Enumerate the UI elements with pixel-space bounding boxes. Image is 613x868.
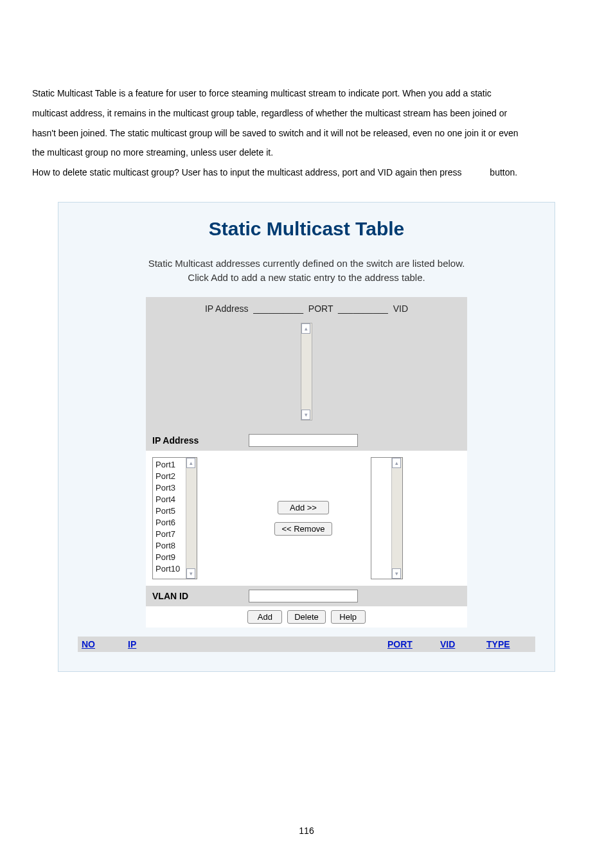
help-button[interactable]: Help	[331, 610, 366, 624]
list-item[interactable]: Port2	[155, 471, 180, 482]
config-table: IP Address __________ PORT __________ VI…	[146, 297, 467, 628]
available-ports-listbox[interactable]: Port1 Port2 Port3 Port4 Port5 Port6 Port…	[152, 457, 197, 579]
screenshot-panel-wrap: Static Multicast Table Static Multicast …	[32, 202, 581, 672]
vlan-id-row: VLAN ID	[146, 586, 467, 606]
paragraph-line: multicast address, it remains in the mul…	[32, 104, 581, 123]
port-options: Port1 Port2 Port3 Port4 Port5 Port6 Port…	[155, 459, 180, 575]
add-button[interactable]: Add	[247, 610, 282, 624]
scroll-down-icon[interactable]: ▾	[186, 568, 195, 579]
list-item[interactable]: Port10	[155, 563, 180, 575]
document-page: Static Multicast Table is a feature for …	[0, 0, 613, 868]
result-table: NO IP PORT VID TYPE	[78, 637, 535, 652]
panel-title: Static Multicast Table	[78, 218, 535, 240]
col-type-link[interactable]: TYPE	[486, 639, 510, 649]
paragraph-line: How to delete static multicast group? Us…	[32, 163, 581, 183]
scroll-down-icon[interactable]: ▾	[392, 568, 401, 579]
scrollbar[interactable]: ▴ ▾	[186, 458, 197, 579]
column-headers: IP Address __________ PORT __________ VI…	[146, 297, 467, 318]
ip-address-row: IP Address	[146, 430, 467, 451]
vlan-id-label: VLAN ID	[146, 586, 242, 606]
listbox-row: ▴ ▾	[146, 318, 467, 430]
list-item[interactable]: Port9	[155, 552, 180, 563]
header-ip: IP Address	[205, 303, 248, 314]
list-item[interactable]: Port5	[155, 505, 180, 517]
paragraph-line: hasn't been joined. The static multicast…	[32, 123, 581, 143]
list-item[interactable]: Port3	[155, 482, 180, 494]
col-no-link[interactable]: NO	[82, 639, 95, 649]
scrollbar[interactable]: ▴ ▾	[391, 458, 402, 579]
body-text: Static Multicast Table is a feature for …	[32, 84, 581, 183]
static-multicast-panel: Static Multicast Table Static Multicast …	[58, 202, 555, 672]
header-vid: VID	[393, 303, 408, 314]
col-port-link[interactable]: PORT	[387, 639, 413, 649]
ip-address-input[interactable]	[249, 434, 358, 447]
remove-port-button[interactable]: << Remove	[274, 522, 332, 536]
result-header-row: NO IP PORT VID TYPE	[78, 637, 535, 652]
list-item[interactable]: Port4	[155, 494, 180, 505]
panel-desc-line: Static Multicast addresses currently def…	[148, 258, 465, 269]
col-vid-link[interactable]: VID	[440, 639, 455, 649]
delete-button[interactable]: Delete	[287, 610, 326, 624]
vlan-id-input[interactable]	[249, 590, 358, 602]
scroll-up-icon[interactable]: ▴	[186, 458, 195, 468]
list-item[interactable]: Port7	[155, 529, 180, 540]
ports-row: Port1 Port2 Port3 Port4 Port5 Port6 Port…	[146, 451, 467, 586]
header-port: PORT	[308, 303, 333, 314]
selected-ports-listbox[interactable]: ▴ ▾	[371, 457, 403, 579]
panel-description: Static Multicast addresses currently def…	[78, 257, 535, 285]
entries-listbox[interactable]: ▴ ▾	[301, 323, 312, 420]
scroll-up-icon[interactable]: ▴	[392, 458, 401, 468]
action-buttons-row: Add Delete Help	[146, 606, 467, 628]
move-buttons: Add >> << Remove	[249, 457, 358, 579]
paragraph-line-part: button.	[490, 167, 517, 177]
page-number: 116	[0, 826, 613, 836]
paragraph-line: the multicast group no more streaming, u…	[32, 143, 581, 163]
ip-address-label: IP Address	[146, 430, 242, 451]
col-ip-link[interactable]: IP	[128, 639, 136, 649]
add-port-button[interactable]: Add >>	[278, 501, 329, 514]
paragraph-line: Static Multicast Table is a feature for …	[32, 84, 581, 104]
list-item[interactable]: Port8	[155, 540, 180, 552]
paragraph-line-part: How to delete static multicast group? Us…	[32, 167, 461, 177]
panel-desc-line: Click Add to add a new static entry to t…	[188, 272, 425, 283]
scroll-down-icon[interactable]: ▾	[301, 410, 310, 420]
list-item[interactable]: Port6	[155, 517, 180, 529]
scroll-up-icon[interactable]: ▴	[301, 323, 310, 334]
list-item[interactable]: Port1	[155, 459, 180, 471]
column-header-row: IP Address __________ PORT __________ VI…	[146, 297, 467, 318]
